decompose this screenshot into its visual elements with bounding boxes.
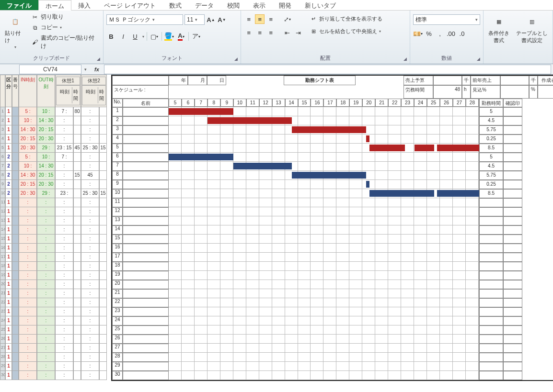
left-row[interactable]: 17 1 : : : : xyxy=(0,253,107,262)
decrease-indent-button[interactable]: ⇤ xyxy=(282,28,292,37)
left-row[interactable]: 10 2 20 : 30 29 : 23 : 25 : 30 15 xyxy=(0,189,107,198)
left-row[interactable]: 18 1 : : : : xyxy=(0,262,107,271)
gantt-row[interactable]: 2 4.5 xyxy=(112,116,553,125)
number-launcher[interactable]: ◢ xyxy=(475,56,482,62)
font-color-button[interactable]: A▾ xyxy=(176,32,186,41)
comma-button[interactable]: , xyxy=(435,29,445,38)
gantt-row[interactable]: 15 xyxy=(112,235,553,244)
gantt-row[interactable]: 28 xyxy=(112,353,553,362)
align-top-button[interactable]: ≡ xyxy=(244,14,253,24)
left-row[interactable]: 22 1 : : : : xyxy=(0,298,107,307)
left-row[interactable]: 25 1 : : : : xyxy=(0,325,107,335)
gantt-row[interactable]: 16 xyxy=(112,244,553,253)
left-row[interactable]: 26 1 : : : : xyxy=(0,335,107,344)
tab-formulas[interactable]: 数式 xyxy=(162,0,188,10)
increase-indent-button[interactable]: ⇥ xyxy=(293,28,303,37)
gantt-row[interactable]: 22 xyxy=(112,298,553,307)
wrap-text-button[interactable]: ↵折り返して全体を表示する xyxy=(309,14,383,23)
align-middle-button[interactable]: ≡ xyxy=(255,14,265,24)
left-row[interactable]: 23 1 : : : : xyxy=(0,307,107,316)
tab-insert[interactable]: 挿入 xyxy=(71,0,97,10)
name-box[interactable]: CV74 xyxy=(19,65,81,74)
increase-decimal-button[interactable]: .00 xyxy=(446,29,456,38)
gantt-row[interactable]: 20 xyxy=(112,280,553,289)
phonetic-button[interactable]: ア▾ xyxy=(191,32,201,41)
fx-icon[interactable]: fx xyxy=(90,67,104,72)
underline-button[interactable]: U xyxy=(130,32,140,41)
left-row[interactable]: 30 1 : : : : xyxy=(0,371,107,380)
gantt-row[interactable]: 9 0.25 xyxy=(112,180,553,189)
left-row[interactable]: 4 1 20 : 15 20 : 30 : : xyxy=(0,134,107,144)
left-row[interactable]: 11 1 : : : : xyxy=(0,198,107,207)
gantt-row[interactable]: 4 0.25 xyxy=(112,134,553,144)
left-row[interactable]: 8 2 14 : 30 20 : 15 : 15 45 xyxy=(0,171,107,180)
gantt-row[interactable]: 11 xyxy=(112,198,553,207)
left-row[interactable]: 15 1 : : : : xyxy=(0,235,107,244)
gantt-row[interactable]: 18 xyxy=(112,262,553,271)
shrink-font-button[interactable]: A▼ xyxy=(217,15,227,24)
bold-button[interactable]: B xyxy=(106,32,116,41)
font-size-combo[interactable]: 11▾ xyxy=(184,14,205,25)
gantt-row[interactable]: 24 xyxy=(112,316,553,325)
align-left-button[interactable]: ≡ xyxy=(244,28,253,37)
left-row[interactable]: 1 1 5 : 10 : 7 : 80 : xyxy=(0,107,107,116)
left-row[interactable]: 13 1 : : : : xyxy=(0,216,107,225)
gantt-row[interactable]: 17 xyxy=(112,253,553,262)
left-row[interactable]: 24 1 : : : : xyxy=(0,316,107,325)
worksheet[interactable]: 区 分 番 号 IN時刻 OUT時刻 休憩1時刻時間 休憩2時刻時間 1 1 5… xyxy=(0,75,553,391)
decrease-decimal-button[interactable]: .0 xyxy=(457,29,467,38)
number-format-combo[interactable]: 標準▾ xyxy=(413,14,480,25)
tab-home[interactable]: ホーム xyxy=(38,0,71,11)
align-bottom-button[interactable]: ≡ xyxy=(266,14,276,24)
gantt-row[interactable]: 5 8.5 xyxy=(112,144,553,153)
format-painter-button[interactable]: 🖌書式のコピー/貼り付け xyxy=(30,34,100,51)
left-row[interactable]: 2 1 10 : 14 : 30 : : xyxy=(0,116,107,125)
border-button[interactable]: ▢▾ xyxy=(150,32,159,41)
tab-file[interactable]: ファイル xyxy=(0,0,38,10)
copy-button[interactable]: ⧉コピー ▾ xyxy=(30,23,100,32)
left-row[interactable]: 6 2 5 : 10 : 7 : : xyxy=(0,153,107,162)
left-row[interactable]: 7 2 10 : 14 : 30 : : xyxy=(0,162,107,171)
italic-button[interactable]: I xyxy=(118,32,128,41)
left-row[interactable]: 29 1 : : : : xyxy=(0,362,107,371)
align-right-button[interactable]: ≡ xyxy=(266,28,276,37)
formula-bar[interactable] xyxy=(104,65,551,74)
gantt-row[interactable]: 30 xyxy=(112,371,553,380)
gantt-row[interactable]: 6 5 xyxy=(112,153,553,162)
gantt-row[interactable]: 12 xyxy=(112,207,553,216)
left-row[interactable]: 27 1 : : : : xyxy=(0,344,107,353)
cut-button[interactable]: ✂切り取り xyxy=(30,12,100,22)
fill-color-button[interactable]: 🪣▾ xyxy=(164,32,174,41)
gantt-row[interactable]: 26 xyxy=(112,335,553,344)
gantt-row[interactable]: 29 xyxy=(112,362,553,371)
left-row[interactable]: 16 1 : : : : xyxy=(0,244,107,253)
left-row[interactable]: 12 1 : : : : xyxy=(0,207,107,216)
left-row[interactable]: 19 1 : : : : xyxy=(0,271,107,280)
left-row[interactable]: 14 1 : : : : xyxy=(0,225,107,235)
gantt-row[interactable]: 25 xyxy=(112,325,553,335)
tab-review[interactable]: 校閲 xyxy=(220,0,246,10)
format-as-table-button[interactable]: ▥ テーブルとし 書式設定 xyxy=(514,12,550,55)
gantt-row[interactable]: 23 xyxy=(112,307,553,316)
tab-page-layout[interactable]: ページ レイアウト xyxy=(97,0,162,10)
font-family-combo[interactable]: ＭＳ Ｐゴシック▾ xyxy=(106,14,183,25)
font-launcher[interactable]: ◢ xyxy=(232,56,239,62)
gantt-row[interactable]: 1 5 xyxy=(112,107,553,116)
left-row[interactable]: 21 1 : : : : xyxy=(0,289,107,298)
clipboard-launcher[interactable]: ◢ xyxy=(95,56,102,62)
gantt-row[interactable]: 27 xyxy=(112,344,553,353)
left-row[interactable]: 5 1 20 : 30 29 : 23 : 15 45 25 : 30 15 xyxy=(0,144,107,153)
tab-new[interactable]: 新しいタブ xyxy=(298,0,343,10)
gantt-row[interactable]: 7 4.5 xyxy=(112,162,553,171)
conditional-formatting-button[interactable]: ▦ 条件付き 書式 xyxy=(486,12,511,55)
gantt-row[interactable]: 19 xyxy=(112,271,553,280)
merge-center-button[interactable]: ⊞セルを結合して中央揃え ▾ xyxy=(309,27,383,35)
gantt-row[interactable]: 21 xyxy=(112,289,553,298)
gantt-row[interactable]: 10 8.5 xyxy=(112,189,553,198)
left-row[interactable]: 3 1 14 : 30 20 : 15 : : xyxy=(0,125,107,134)
gantt-row[interactable]: 3 5.75 xyxy=(112,125,553,134)
tab-view[interactable]: 表示 xyxy=(246,0,272,10)
grow-font-button[interactable]: A▲ xyxy=(206,15,216,24)
tab-data[interactable]: データ xyxy=(188,0,220,10)
gantt-row[interactable]: 8 5.75 xyxy=(112,171,553,180)
